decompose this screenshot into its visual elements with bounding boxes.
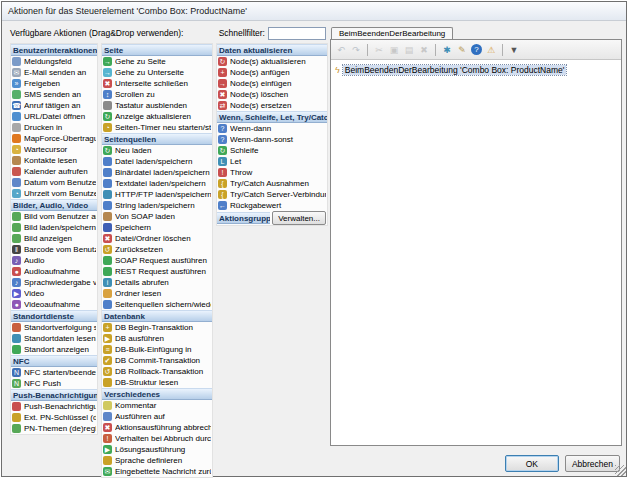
action-item[interactable]: »Freigeben xyxy=(11,78,97,89)
action-item[interactable]: Kontakte lesen xyxy=(11,155,97,166)
action-item[interactable]: ?Wenn-dann-sonst xyxy=(217,134,327,145)
action-item[interactable]: ✉E-Mail senden an xyxy=(11,67,97,78)
action-item[interactable]: Ausführen auf xyxy=(102,411,212,422)
action-item[interactable]: REST Request ausführen xyxy=(102,266,212,277)
action-item[interactable]: PN-Themen (de)registrier xyxy=(11,423,97,434)
action-item[interactable]: +Node(s) anfügen xyxy=(217,67,327,78)
macro-icon[interactable]: ✱ xyxy=(440,43,454,57)
delete-icon[interactable]: ✖ xyxy=(417,43,431,57)
action-item[interactable]: Push-Benachrichtigung xyxy=(11,401,97,412)
action-item[interactable]: Seitenquellen sichern/wiederh xyxy=(102,299,212,310)
action-item[interactable]: NNFC starten/beenden xyxy=(11,367,97,378)
action-item[interactable]: ▶Video xyxy=(11,288,97,299)
action-item[interactable]: ↻Neu laden xyxy=(102,145,212,156)
warning-icon[interactable]: ⚠ xyxy=(484,43,498,57)
action-item[interactable]: ✖Datei/Ordner löschen xyxy=(102,233,212,244)
copy-icon[interactable]: ▣ xyxy=(387,43,401,57)
paste-icon[interactable]: ▤ xyxy=(402,43,416,57)
action-item[interactable]: DB-Struktur lesen xyxy=(102,377,212,388)
action-item[interactable]: ↺DB Rollback-Transaktion xyxy=(102,366,212,377)
calendar-icon xyxy=(12,167,21,176)
action-item[interactable]: !Throw xyxy=(217,167,327,178)
action-item[interactable]: ☎Anruf tätigen an xyxy=(11,100,97,111)
action-item[interactable]: ▶DB ausführen xyxy=(102,333,212,344)
tree-item-event[interactable]: ϟ BeimBeendenDerBearbeitung 'Combo Box: … xyxy=(335,65,617,75)
action-item[interactable]: ♪Audio xyxy=(11,255,97,266)
action-item[interactable]: !Verhalten bei Abbruch durch B xyxy=(102,433,212,444)
action-item[interactable]: Bild anzeigen xyxy=(11,233,97,244)
action-item[interactable]: ▶Lösungsausführung xyxy=(102,444,212,455)
action-item[interactable]: ●Videoaufnahme xyxy=(11,299,97,310)
action-item[interactable]: String laden/speichern xyxy=(102,200,212,211)
action-item[interactable]: ⇄Node(s) ersetzen xyxy=(217,100,327,111)
action-item[interactable]: →Gehe zu Seite xyxy=(102,56,212,67)
toolbar-dropdown-icon[interactable]: ▼ xyxy=(507,43,521,57)
action-item[interactable]: URL/Datei öffnen xyxy=(11,111,97,122)
action-item[interactable]: ↕Scrollen zu xyxy=(102,89,212,100)
action-item[interactable]: Standort anzeigen xyxy=(11,344,97,355)
action-item[interactable]: Kalender aufrufen xyxy=(11,166,97,177)
action-item[interactable]: ↻Anzeige aktualisieren xyxy=(102,111,212,122)
action-item[interactable]: ♪Sprachwiedergabe von xyxy=(11,277,97,288)
action-item[interactable]: Ordner lesen xyxy=(102,288,212,299)
comment-icon[interactable]: ✎ xyxy=(455,43,469,57)
action-item[interactable]: ←Rückgabewert xyxy=(217,200,327,211)
action-tree[interactable]: ϟ BeimBeendenDerBearbeitung 'Combo Box: … xyxy=(331,60,621,445)
tab-event[interactable]: BeimBeendenDerBearbeitung xyxy=(331,27,453,39)
action-item[interactable]: ✔DB Commit-Transaktion xyxy=(102,355,212,366)
action-item[interactable]: ↻Schleife xyxy=(217,145,327,156)
redo-icon[interactable]: ↷ xyxy=(349,43,363,57)
action-item[interactable]: Bild vom Benutzer ausw xyxy=(11,211,97,222)
action-item[interactable]: ◔Uhrzeit vom Benutzer xyxy=(11,188,97,199)
action-item[interactable]: MapForce-Übertragung xyxy=(11,133,97,144)
action-item[interactable]: ↻Node(s) aktualisieren xyxy=(217,56,327,67)
action-item[interactable]: LLet xyxy=(217,156,327,167)
resize-grip[interactable] xyxy=(615,465,626,476)
action-item[interactable]: Standortdaten lesen xyxy=(11,333,97,344)
cancel-button[interactable]: Abbrechen xyxy=(565,455,620,472)
action-item[interactable]: ✉Eingebettete Nachricht zurück xyxy=(102,466,212,477)
action-item[interactable]: →Gehe zu Unterseite xyxy=(102,67,212,78)
action-item[interactable]: iDetails abrufen xyxy=(102,277,212,288)
action-item[interactable]: HTTP/FTP laden/speichern xyxy=(102,189,212,200)
action-item[interactable]: ◔Seiten-Timer neu starten/stopp xyxy=(102,122,212,133)
action-item[interactable]: Meldungsfeld xyxy=(11,56,97,67)
action-item[interactable]: ↺Zurücksetzen xyxy=(102,244,212,255)
action-item[interactable]: Standortverfolgung star xyxy=(11,322,97,333)
quick-filter-input[interactable] xyxy=(268,27,326,40)
action-item-label: Standort anzeigen xyxy=(24,345,96,354)
undo-icon[interactable]: ↶ xyxy=(334,43,348,57)
action-item[interactable]: Kommentar xyxy=(102,400,212,411)
action-item[interactable]: +DB Begin-Transaktion xyxy=(102,322,212,333)
action-item[interactable]: ✖Aktionsausführung abbrechen xyxy=(102,422,212,433)
goto-page-icon: → xyxy=(103,57,112,66)
action-item[interactable]: {Try/Catch Server-Verbindung xyxy=(217,189,327,200)
action-item[interactable]: SMS senden an xyxy=(11,89,97,100)
action-item[interactable]: Textdatei laden/speichern xyxy=(102,178,212,189)
help-icon[interactable]: ? xyxy=(471,44,482,55)
action-item[interactable]: ✖Unterseite schließen xyxy=(102,78,212,89)
action-item[interactable]: Sprache definieren xyxy=(102,455,212,466)
action-item[interactable]: Binärdatei laden/speichern xyxy=(102,167,212,178)
action-item[interactable]: NNFC Push xyxy=(11,378,97,389)
action-item[interactable]: Datei laden/speichern xyxy=(102,156,212,167)
ok-button[interactable]: OK xyxy=(505,455,559,472)
action-item[interactable]: ≡DB-Bulk-Einfügung in xyxy=(102,344,212,355)
action-item[interactable]: Datum vom Benutzer xyxy=(11,177,97,188)
action-item[interactable]: →Node(s) einfügen xyxy=(217,78,327,89)
action-item[interactable]: Drucken in xyxy=(11,122,97,133)
action-item[interactable]: ●Audioaufnahme xyxy=(11,266,97,277)
action-item[interactable]: Bild laden/speichern xyxy=(11,222,97,233)
action-item[interactable]: Speichern xyxy=(102,222,212,233)
action-item[interactable]: ✖Node(s) löschen xyxy=(217,89,327,100)
manage-action-groups-button[interactable]: Verwalten... xyxy=(272,211,326,225)
action-item[interactable]: ?Wenn-dann xyxy=(217,123,327,134)
action-item[interactable]: Von SOAP laden xyxy=(102,211,212,222)
cut-icon[interactable]: ✂ xyxy=(372,43,386,57)
action-item[interactable]: SOAP Request ausführen xyxy=(102,255,212,266)
action-item[interactable]: Ext. PN-Schlüssel (de) xyxy=(11,412,97,423)
action-item[interactable]: Tastatur ausblenden xyxy=(102,100,212,111)
action-item[interactable]: {Try/Catch Ausnahmen xyxy=(217,178,327,189)
action-item[interactable]: ◔Wartecursor xyxy=(11,144,97,155)
action-item[interactable]: ‖Barcode vom Benutzer xyxy=(11,244,97,255)
